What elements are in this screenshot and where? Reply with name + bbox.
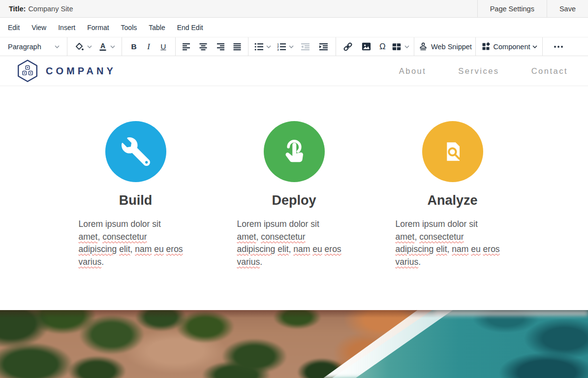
misspelled-word: elit — [278, 244, 288, 254]
hero-shadow-overlay — [0, 310, 588, 318]
build-circle[interactable] — [105, 121, 166, 182]
deploy-circle[interactable] — [264, 121, 325, 182]
feature-title[interactable]: Analyze — [427, 193, 477, 208]
background-color-icon — [74, 41, 85, 52]
editor-titlebar: Title: Company Site Page Settings Save — [0, 0, 588, 18]
misspelled-word: elit — [436, 244, 447, 254]
component-icon — [481, 41, 491, 52]
analyze-circle[interactable] — [422, 121, 483, 182]
save-button[interactable]: Save — [547, 0, 588, 17]
chevron-down-icon — [87, 45, 92, 48]
menu-end-edit[interactable]: End Edit — [171, 24, 209, 32]
company-logo[interactable]: COMPANY — [17, 59, 116, 83]
link-icon — [342, 41, 354, 53]
misspelled-word: eu — [312, 244, 322, 254]
misspelled-word: adipiscing — [237, 244, 276, 254]
align-justify-icon — [233, 43, 242, 51]
misspelled-word: varius — [79, 257, 102, 267]
paragraph-style-select[interactable]: Paragraph — [0, 37, 67, 56]
image-icon — [361, 41, 372, 52]
nav-services[interactable]: Services — [458, 66, 499, 76]
italic-button[interactable]: I — [146, 39, 152, 54]
stamp-icon — [418, 41, 429, 52]
insert-table-button[interactable] — [391, 41, 409, 52]
feature-text[interactable]: Lorem ipsum dolor sitamet, consecteturad… — [79, 218, 193, 268]
page-settings-button[interactable]: Page Settings — [477, 0, 547, 17]
misspelled-word: consectetur — [102, 232, 147, 242]
text-color-button[interactable]: A — [98, 41, 115, 52]
features-section: Build Lorem ipsum dolor sitamet, consect… — [0, 86, 588, 268]
nav-about[interactable]: About — [399, 66, 427, 76]
numbered-list-icon: 123 — [277, 43, 286, 51]
misspelled-word: nam — [135, 244, 152, 254]
editor-toolbar: Paragraph A B I U — [0, 37, 588, 56]
bold-button[interactable]: B — [130, 39, 138, 54]
insert-link-button[interactable] — [340, 39, 355, 54]
misspelled-word: eros — [325, 244, 341, 254]
chevron-down-icon — [289, 45, 294, 48]
page-title-value: Company Site — [28, 5, 73, 13]
misspelled-word: eu — [154, 244, 163, 254]
chevron-down-icon — [266, 45, 271, 48]
bullet-list-button[interactable] — [254, 43, 271, 51]
insert-image-button[interactable] — [359, 39, 373, 54]
indent-button[interactable] — [317, 39, 330, 54]
svg-text:A: A — [100, 41, 105, 49]
wrench-icon — [122, 137, 150, 166]
misspelled-word: consectetur — [419, 232, 464, 242]
site-nav: About Services Contact — [399, 66, 568, 76]
menu-table[interactable]: Table — [143, 24, 171, 32]
more-toolbar-button[interactable] — [552, 39, 565, 54]
table-icon — [391, 41, 402, 52]
misspelled-word: amet — [237, 232, 256, 242]
hero-image[interactable] — [0, 310, 588, 378]
svg-text:3: 3 — [277, 48, 279, 51]
more-icon — [553, 45, 564, 49]
align-left-button[interactable] — [181, 39, 192, 54]
special-character-icon: Ω — [379, 42, 386, 52]
editor-menubar: Edit View Insert Format Tools Table End … — [0, 18, 588, 37]
align-right-icon — [216, 43, 225, 51]
feature-title[interactable]: Deploy — [272, 193, 316, 208]
misspelled-word: amet — [79, 232, 98, 242]
misspelled-word: eros — [483, 244, 500, 254]
chevron-down-icon — [55, 45, 60, 48]
menu-insert[interactable]: Insert — [52, 24, 81, 32]
align-right-button[interactable] — [215, 39, 226, 54]
feature-build: Build Lorem ipsum dolor sitamet, consect… — [57, 121, 215, 268]
misspelled-word: varius — [237, 257, 260, 267]
misspelled-word: adipiscing — [79, 244, 117, 254]
chevron-down-icon — [110, 45, 115, 48]
underline-button[interactable]: U — [159, 39, 167, 54]
align-left-icon — [182, 43, 191, 51]
numbered-list-button[interactable]: 123 — [277, 43, 294, 51]
nav-contact[interactable]: Contact — [531, 66, 568, 76]
feature-deploy: Deploy Lorem ipsum dolor sitamet, consec… — [215, 121, 373, 268]
background-color-button[interactable] — [74, 41, 92, 52]
feature-text[interactable]: Lorem ipsum dolor sitamet, consecteturad… — [396, 218, 510, 268]
special-character-button[interactable]: Ω — [378, 39, 387, 54]
feature-text[interactable]: Lorem ipsum dolor sitamet, consecteturad… — [237, 218, 351, 268]
menu-format[interactable]: Format — [81, 24, 115, 32]
menu-edit[interactable]: Edit — [2, 24, 26, 32]
misspelled-word: eros — [166, 244, 183, 254]
outdent-icon — [301, 43, 310, 51]
text-color-icon: A — [98, 41, 108, 52]
hexagon-logo-icon — [17, 59, 38, 83]
component-button[interactable]: Component — [481, 41, 538, 52]
outdent-button[interactable] — [299, 39, 311, 54]
misspelled-word: eu — [471, 244, 480, 254]
misspelled-word: elit — [119, 244, 130, 254]
align-justify-button[interactable] — [231, 39, 243, 54]
align-center-icon — [199, 43, 208, 51]
chevron-down-icon — [404, 45, 409, 48]
feature-title[interactable]: Build — [119, 193, 153, 208]
menu-view[interactable]: View — [26, 24, 52, 32]
indent-icon — [319, 43, 328, 51]
menu-tools[interactable]: Tools — [115, 24, 143, 32]
page-title: Title: Company Site — [0, 0, 73, 17]
document-search-icon — [439, 138, 466, 165]
page-title-label: Title: — [9, 5, 26, 13]
web-snippet-button[interactable]: Web Snippet — [418, 41, 472, 52]
align-center-button[interactable] — [197, 39, 209, 54]
